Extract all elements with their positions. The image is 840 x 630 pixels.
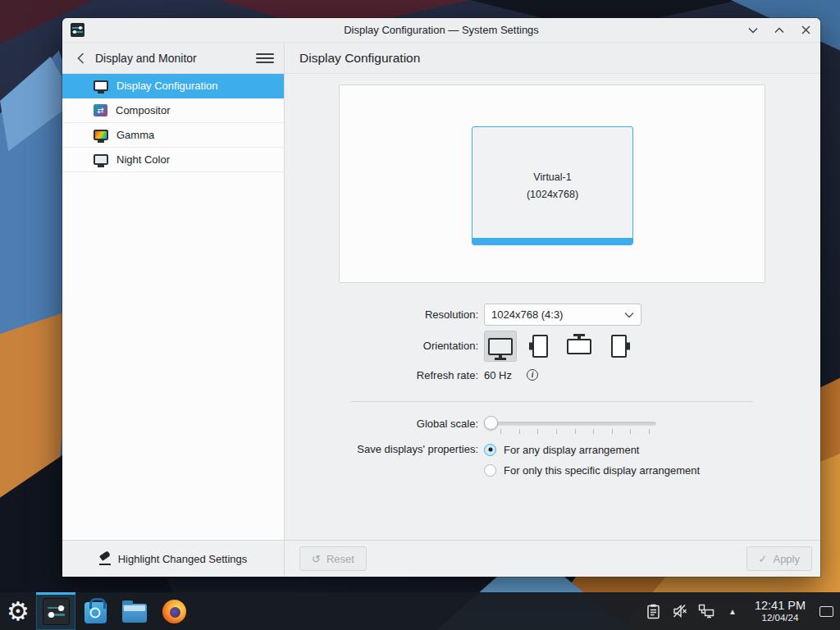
reset-icon: ↺	[312, 553, 321, 565]
sidebar-item-gamma[interactable]: Gamma	[62, 123, 284, 148]
main-header: Display Configuration	[285, 43, 820, 74]
slider-handle[interactable]	[484, 416, 498, 430]
resolution-dropdown[interactable]: 840x630 (4:3)	[484, 304, 641, 326]
apply-button[interactable]: ✓ Apply	[746, 546, 812, 571]
main-footer: ↺ Reset ✓ Apply	[285, 540, 820, 577]
sidebar-item-compositor[interactable]: ⇄ Compositor	[62, 98, 284, 123]
reset-label: Reset	[326, 553, 354, 565]
night-color-icon	[94, 154, 108, 165]
monitor-selected-bar	[472, 238, 632, 244]
page-title: Display Configuration	[299, 51, 420, 66]
orientation-portrait-left-button[interactable]	[523, 331, 556, 362]
display-configuration-panel: Virtual-1 (840x630) Resolution: 1024x76…	[285, 74, 820, 540]
minimize-button[interactable]	[746, 24, 760, 37]
taskbar: ⚙	[0, 592, 840, 630]
refresh-rate-label: Refresh rate:	[285, 369, 478, 381]
orientation-label: Orientation:	[285, 340, 478, 352]
system-settings-app-icon	[71, 23, 84, 37]
sidebar-title: Display and Monitor	[95, 52, 197, 65]
main-pane: Display Configuration Virtual-1 (1024x76…	[285, 43, 820, 577]
screen-arrangement-panel: Virtual-1 (840x630)	[339, 84, 765, 283]
desktop: Display Configuration — System Settings	[0, 0, 840, 630]
firefox-icon	[162, 600, 186, 623]
refresh-rate-value: 60 Hz	[484, 369, 512, 381]
discover-icon	[84, 602, 107, 623]
monitor-icon	[94, 80, 108, 91]
global-scale-label: Global scale:	[285, 418, 478, 430]
sidebar-item-label: Compositor	[116, 104, 170, 116]
highlight-changed-settings-button[interactable]: Highlight Changed Settings	[91, 548, 256, 570]
monitor-preview[interactable]: Virtual-1 (840x630)	[472, 126, 633, 245]
landscape-icon	[488, 338, 513, 355]
back-icon[interactable]	[72, 50, 89, 66]
titlebar[interactable]: Display Configuration — System Settings	[62, 18, 820, 43]
sidebar-item-label: Gamma	[116, 129, 154, 141]
highlighter-icon	[99, 553, 112, 565]
sidebar-item-label: Display Configuration	[116, 80, 218, 92]
landscape-flipped-icon	[567, 339, 591, 354]
show-desktop-button[interactable]	[817, 592, 835, 630]
refresh-rate-row: 60 Hz i	[484, 368, 538, 382]
global-scale-slider[interactable]	[484, 412, 656, 436]
orientation-landscape-button[interactable]	[484, 331, 517, 362]
clock-date: 12/04/24	[762, 613, 799, 623]
network-tray-icon[interactable]	[696, 592, 717, 630]
task-system-settings[interactable]	[36, 592, 75, 630]
reset-button[interactable]: ↺ Reset	[299, 546, 367, 571]
gamma-icon	[94, 130, 108, 140]
slider-track[interactable]	[484, 422, 656, 426]
show-desktop-icon	[819, 606, 833, 617]
highlight-changed-settings-label: Highlight Changed Settings	[118, 553, 248, 565]
check-icon: ✓	[759, 553, 768, 565]
task-dolphin[interactable]	[115, 592, 154, 630]
clock-time: 12:41 PM	[755, 599, 806, 613]
radio-any-arrangement-label[interactable]: For any display arrangement	[504, 444, 639, 456]
monitor-name: Virtual-1	[533, 171, 571, 183]
sidebar-spacer	[62, 172, 284, 540]
sidebar-item-display-configuration[interactable]: Display Configuration	[62, 74, 284, 98]
orientation-buttons	[484, 330, 635, 363]
orientation-portrait-right-button[interactable]	[602, 331, 635, 362]
audio-muted-tray-icon[interactable]	[669, 592, 691, 630]
tray-expander-icon[interactable]: ▲	[722, 592, 743, 630]
sidebar-footer: Highlight Changed Settings	[62, 540, 284, 577]
info-icon[interactable]: i	[527, 369, 538, 381]
radio-specific-arrangement[interactable]	[484, 464, 496, 477]
compositor-icon: ⇄	[94, 104, 107, 116]
kde-launcher-icon: ⚙	[7, 599, 30, 624]
save-properties-label: Save displays' properties:	[285, 443, 478, 455]
system-settings-window: Display Configuration — System Settings	[62, 18, 820, 577]
sidebar-header: Display and Monitor	[62, 43, 284, 74]
system-settings-icon	[43, 598, 70, 625]
global-scale-row: 100%	[484, 412, 656, 436]
radio-row-any-arrangement: For any display arrangement	[484, 442, 639, 457]
portrait-right-icon	[611, 335, 627, 358]
maximize-button[interactable]	[773, 24, 786, 37]
portrait-left-icon	[532, 335, 548, 358]
sidebar-list: Display Configuration ⇄ Compositor Gamma…	[62, 74, 284, 172]
sidebar-item-night-color[interactable]: Night Color	[62, 148, 284, 172]
close-button[interactable]	[799, 24, 812, 37]
digital-clock[interactable]: 12:41 PM 12/04/24	[748, 599, 812, 623]
sidebar: Display and Monitor Display Configuratio…	[62, 43, 285, 577]
resolution-label: Resolution:	[285, 308, 478, 321]
window-title: Display Configuration — System Settings	[62, 24, 820, 36]
orientation-landscape-flipped-button[interactable]	[563, 331, 596, 362]
clipboard-tray-icon[interactable]	[643, 592, 664, 630]
menu-icon[interactable]	[256, 50, 274, 66]
folder-icon	[122, 604, 147, 623]
task-firefox[interactable]	[154, 592, 194, 630]
radio-any-arrangement[interactable]	[484, 444, 496, 456]
separator	[351, 401, 753, 402]
chevron-down-icon	[624, 308, 634, 321]
application-launcher-button[interactable]: ⚙	[0, 592, 36, 630]
apply-label: Apply	[773, 553, 800, 565]
radio-row-specific-arrangement: For only this specific display arrangeme…	[484, 463, 700, 477]
task-discover[interactable]	[75, 592, 115, 630]
resolution-value: 840x630 (4:3)	[491, 308, 563, 321]
monitor-resolution: (840x630)	[527, 189, 578, 200]
radio-specific-arrangement-label[interactable]: For only this specific display arrangeme…	[504, 464, 700, 477]
slider-ticks	[500, 429, 650, 434]
sidebar-item-label: Night Color	[116, 153, 170, 166]
